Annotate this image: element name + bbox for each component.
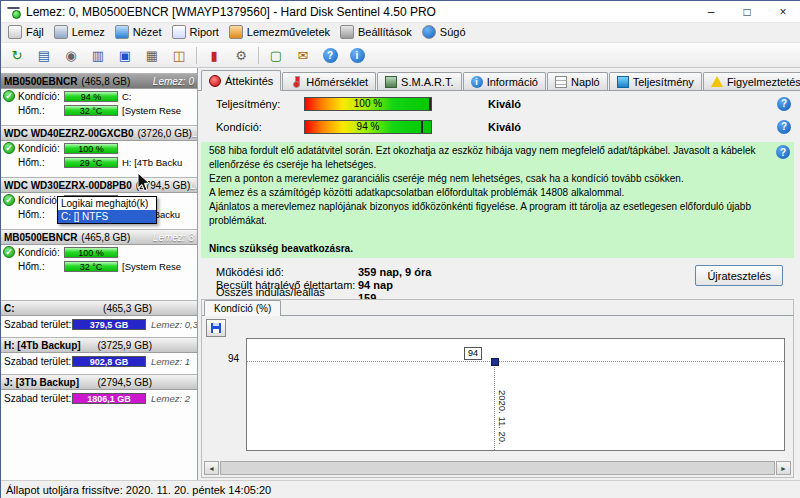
- tab-label: Áttekintés: [225, 75, 273, 87]
- condition-value: 100 %: [78, 248, 104, 258]
- calendar-icon[interactable]: ◫: [166, 44, 192, 67]
- disk-number: Lemez: 2: [190, 180, 197, 191]
- settings-icon[interactable]: ⚙: [228, 44, 254, 67]
- disk-condition-row: ✓ Kondíció: 100 %: [1, 245, 197, 259]
- help-menu-icon: [422, 25, 436, 39]
- tab-performance[interactable]: Teljesítmény: [609, 72, 702, 90]
- temperature-bar: 29 °C: [64, 157, 118, 168]
- condition-bar: 100 %: [64, 143, 118, 154]
- info-circle-icon: i: [350, 48, 365, 63]
- tooltip-drive-item[interactable]: C: [] NTFS: [58, 210, 156, 223]
- close-button[interactable]: ×: [765, 1, 800, 22]
- condition-rating: Kiváló: [488, 121, 521, 133]
- scrollbar-thumb[interactable]: [220, 461, 775, 475]
- action-message: Nincs szükség beavatkozásra.: [209, 242, 786, 256]
- information-icon: i: [471, 76, 483, 88]
- disk-temperature-row: Hőm.: 32 °C [System Rese: [1, 103, 197, 117]
- retest-button[interactable]: Újratesztelés: [695, 265, 783, 286]
- disk-header-0[interactable]: MB0500EBNCR (465,8 GB) Lemez: 0: [1, 73, 197, 89]
- help-icon[interactable]: ?: [776, 145, 790, 159]
- help-icon[interactable]: ?: [317, 44, 343, 67]
- warning-icon: [711, 76, 723, 87]
- report-icon[interactable]: ▥: [85, 44, 111, 67]
- help-circle-icon: ?: [323, 48, 338, 63]
- volume-header[interactable]: C: (465,3 GB): [1, 300, 197, 316]
- disk-condition-row: ✓ Kondíció: 100 %: [1, 141, 197, 155]
- help-icon[interactable]: ?: [777, 120, 791, 134]
- tab-temperature[interactable]: Hőmérséklet: [282, 72, 376, 90]
- tab-smart[interactable]: S.M.A.R.T.: [377, 72, 462, 90]
- disk-info-icon[interactable]: ▤: [31, 44, 57, 67]
- app-window: Lemez: 0, MB0500EBNCR [WMAYP1379560] - H…: [0, 0, 800, 498]
- menu-label: Nézet: [133, 26, 162, 38]
- maximize-button[interactable]: □: [729, 1, 765, 22]
- volume-header[interactable]: H: [4Tb Backup] (3725,9 GB): [1, 337, 197, 353]
- chart-tab-divider: [202, 315, 793, 316]
- tab-information[interactable]: iInformáció: [463, 72, 546, 90]
- chart-save-button[interactable]: [206, 319, 226, 337]
- tab-log[interactable]: Napló: [547, 72, 608, 90]
- menu-disk[interactable]: Lemez: [50, 24, 111, 41]
- help-icon[interactable]: ?: [777, 97, 791, 111]
- temperature-icon[interactable]: ▮: [201, 44, 227, 67]
- monitor-icon[interactable]: ▢: [263, 44, 289, 67]
- menu-report[interactable]: Riport: [168, 24, 225, 41]
- surface-test-icon[interactable]: ◉: [58, 44, 84, 67]
- overview-panel: Áttekintés Hőmérséklet S.M.A.R.T. iInfor…: [198, 68, 800, 481]
- menu-label: Beállítások: [358, 26, 412, 38]
- refresh-icon[interactable]: ↻: [4, 44, 30, 67]
- save-icon[interactable]: ▣: [112, 44, 138, 67]
- disk-header-2[interactable]: WDC WD30EZRX-00D8PB0 (2794,5 GB) Lemez: …: [1, 177, 197, 193]
- ok-icon: ✓: [3, 194, 15, 206]
- temperature-bar: 32 °C: [64, 105, 118, 116]
- disk-temperature-row: Hőm.: 32 °C [System Rese: [1, 259, 197, 273]
- disk-header-3[interactable]: MB0500EBNCR (465,8 GB) Lemez: 3: [1, 229, 197, 245]
- free-space-bar: 1806,1 GB: [72, 393, 146, 404]
- menu-bar: Fájl Lemez Nézet Riport Lemezműveletek B…: [1, 23, 800, 42]
- volume-disk-ref: Lemez: 2: [151, 393, 190, 404]
- floppy-icon: [211, 323, 221, 333]
- chart-tab-condition[interactable]: Kondíció (%): [204, 300, 281, 316]
- disk-size: (3726,0 GB): [137, 128, 191, 139]
- message-line: 568 hiba fordult elő adatátvitel során. …: [209, 144, 786, 172]
- volume-entry-j: J: [3Tb Backup] (2794,5 GB) Szabad terül…: [1, 374, 197, 406]
- volume-free-row: Szabad terület: 1806,1 GB Lemez: 2: [1, 390, 197, 406]
- tab-alerts[interactable]: Figyelmeztetések: [703, 72, 800, 90]
- menu-help[interactable]: Súgó: [418, 24, 472, 41]
- free-space-label: Szabad terület:: [4, 393, 72, 404]
- condition-label: Kondíció:: [18, 91, 64, 102]
- scroll-right-button[interactable]: ►: [776, 461, 791, 475]
- performance-rating: Kiváló: [488, 98, 521, 110]
- disk-header-1[interactable]: WDC WD40EZRZ-00GXCB0 (3726,0 GB) Lemez: …: [1, 125, 197, 141]
- menu-file[interactable]: Fájl: [4, 24, 50, 41]
- message-line: A lemez és a számítógép közötti adatkapc…: [209, 186, 786, 200]
- menu-disk-operations[interactable]: Lemezműveletek: [225, 24, 336, 41]
- volume-entry-c: C: (465,3 GB) Szabad terület: 379,5 GB L…: [1, 300, 197, 332]
- condition-gauge: 94 %: [304, 120, 432, 134]
- free-space-value: 902,8 GB: [90, 357, 129, 367]
- condition-value: 94 %: [81, 92, 102, 102]
- file-menu-icon: [8, 25, 22, 39]
- info-icon[interactable]: i: [344, 44, 370, 67]
- condition-bar: 100 %: [64, 247, 118, 258]
- toolbar-separator: [258, 47, 259, 64]
- print-icon[interactable]: ▦: [139, 44, 165, 67]
- disk-size: (465,8 GB): [81, 76, 130, 87]
- free-space-bar: 379,5 GB: [72, 319, 146, 330]
- menu-label: Súgó: [440, 26, 466, 38]
- tab-overview[interactable]: Áttekintés: [201, 70, 281, 91]
- mouse-cursor: [137, 172, 150, 195]
- temperature-value: 32 °C: [80, 262, 103, 272]
- menu-label: Lemez: [72, 26, 105, 38]
- volume-size: (465,3 GB): [103, 303, 152, 314]
- temperature-value: 29 °C: [80, 158, 103, 168]
- tab-label: Figyelmeztetések: [727, 76, 800, 88]
- menu-settings[interactable]: Beállítások: [336, 24, 418, 41]
- scroll-left-button[interactable]: ◄: [204, 461, 219, 475]
- ok-icon: ✓: [3, 246, 15, 258]
- volume-size: (2794,5 GB): [98, 377, 152, 388]
- volume-header[interactable]: J: [3Tb Backup] (2794,5 GB): [1, 374, 197, 390]
- menu-view[interactable]: Nézet: [111, 24, 168, 41]
- mail-icon[interactable]: ✉: [290, 44, 316, 67]
- minimize-button[interactable]: –: [693, 1, 729, 22]
